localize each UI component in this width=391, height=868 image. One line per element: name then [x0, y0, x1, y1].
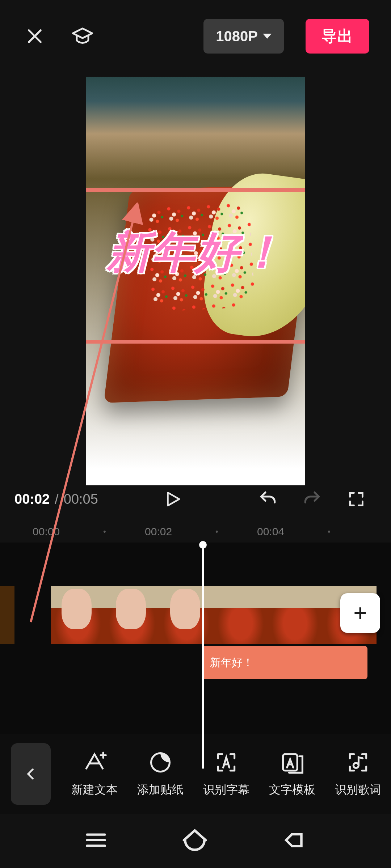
toolbar-back-button[interactable] — [11, 743, 51, 805]
ruler-tick: 00:02 — [145, 526, 172, 538]
tool-sticker[interactable]: 添加贴纸 — [127, 750, 193, 798]
add-clip-button[interactable]: + — [340, 593, 380, 633]
tool-label: 识别歌词 — [335, 782, 381, 798]
home-icon — [180, 826, 209, 855]
ruler-tick: 00:00 — [33, 526, 60, 538]
chevron-left-icon — [23, 766, 39, 782]
system-nav-bar — [0, 814, 391, 868]
close-button[interactable] — [22, 23, 48, 49]
playhead[interactable] — [202, 542, 204, 769]
clip-thumbnail[interactable] — [105, 586, 159, 644]
menu-icon — [83, 827, 109, 854]
text-track-clip[interactable]: 新年好！ — [203, 646, 367, 679]
export-label: 导出 — [321, 26, 353, 46]
academy-button[interactable] — [70, 23, 96, 49]
timeline-ruler[interactable]: 00:00• 00:02• 00:04• — [0, 523, 391, 541]
undo-icon — [258, 489, 278, 509]
resolution-selector[interactable]: 1080P — [203, 19, 284, 54]
overlay-text[interactable]: 新年好！ — [107, 223, 284, 282]
ruler-tick: 00:04 — [257, 526, 284, 538]
tool-text-template[interactable]: 文字模板 — [259, 750, 325, 798]
video-preview[interactable]: 新年好！ — [86, 77, 305, 485]
sticker-icon — [148, 750, 173, 775]
play-icon — [163, 489, 182, 509]
redo-icon — [302, 489, 322, 509]
redo-button[interactable] — [299, 486, 325, 512]
resolution-label: 1080P — [216, 28, 258, 44]
graduation-cap-icon — [71, 25, 94, 48]
back-icon — [280, 826, 308, 854]
undo-button[interactable] — [255, 486, 281, 512]
tool-lyrics[interactable]: 识别歌词 — [325, 750, 391, 798]
clip-thumbnail[interactable] — [214, 586, 268, 644]
svg-rect-2 — [283, 754, 298, 770]
subtitle-icon — [214, 750, 239, 775]
clip-thumbnail[interactable] — [0, 586, 14, 644]
tool-label: 文字模板 — [269, 782, 315, 798]
time-separator: / — [55, 492, 59, 507]
nav-back-button[interactable] — [280, 826, 308, 856]
clip-thumbnail[interactable] — [268, 586, 322, 644]
lyrics-icon — [346, 750, 370, 775]
close-icon — [25, 26, 45, 46]
tool-label: 识别字幕 — [203, 782, 249, 798]
tool-label: 新建文本 — [71, 782, 118, 798]
nav-home-button[interactable] — [180, 826, 209, 856]
tool-label: 添加贴纸 — [137, 782, 184, 798]
playback-bar: 00:02 / 00:05 — [0, 477, 391, 521]
current-time: 00:02 — [14, 492, 50, 507]
new-text-icon — [82, 750, 107, 775]
clip-thumbnail[interactable] — [159, 586, 214, 644]
chevron-down-icon — [263, 34, 272, 39]
total-duration: 00:05 — [64, 492, 98, 507]
bottom-toolbar: 新建文本 添加贴纸 识别字幕 文字模板 识别歌词 — [0, 734, 391, 814]
template-icon — [280, 750, 304, 775]
fullscreen-button[interactable] — [343, 486, 369, 512]
top-bar: 1080P 导出 — [0, 0, 391, 72]
clip-thumbnail[interactable] — [51, 586, 105, 644]
text-clip-label: 新年好！ — [210, 655, 253, 670]
tool-new-text[interactable]: 新建文本 — [62, 750, 127, 798]
fullscreen-icon — [347, 490, 366, 509]
export-button[interactable]: 导出 — [306, 19, 369, 54]
video-track[interactable] — [0, 586, 377, 644]
nav-menu-button[interactable] — [83, 827, 109, 855]
plus-icon: + — [353, 600, 367, 626]
play-button[interactable] — [160, 486, 186, 512]
time-display: 00:02 / 00:05 — [14, 492, 98, 507]
